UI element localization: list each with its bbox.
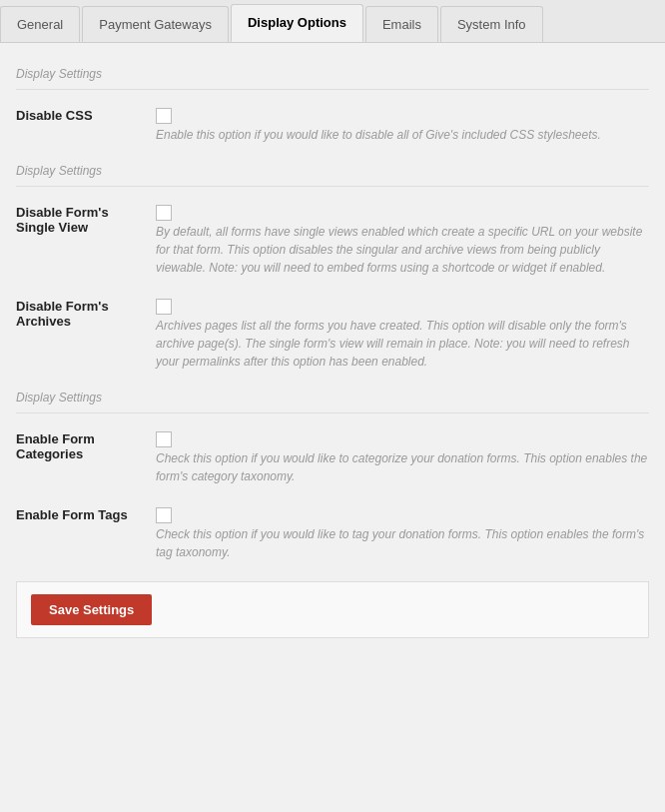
row-disable-single-view: Disable Form's Single View By default, a… [16,203,649,277]
section-1: Display Settings Disable CSS Enable this… [16,67,649,144]
section-2-header: Display Settings [16,164,649,178]
label-disable-single-view: Disable Form's Single View [16,203,156,235]
label-enable-tags: Enable Form Tags [16,505,156,522]
control-disable-single-view: By default, all forms have single views … [156,203,649,277]
desc-enable-tags: Check this option if you would like to t… [156,525,649,561]
section-2: Display Settings Disable Form's Single V… [16,164,649,371]
control-disable-css: Enable this option if you would like to … [156,106,649,144]
control-disable-archives: Archives pages list all the forms you ha… [156,297,649,371]
section-2-divider [16,186,649,187]
section-3-header: Display Settings [16,391,649,405]
control-enable-categories: Check this option if you would like to c… [156,429,649,485]
label-disable-css: Disable CSS [16,106,156,123]
tab-general[interactable]: General [0,6,80,42]
tab-system-info[interactable]: System Info [440,6,543,42]
section-1-header: Display Settings [16,67,649,81]
tab-payment-gateways[interactable]: Payment Gateways [82,6,229,42]
content-area: Display Settings Disable CSS Enable this… [0,43,665,654]
save-area: Save Settings [16,581,649,638]
row-enable-categories: Enable Form Categories Check this option… [16,429,649,485]
label-enable-categories: Enable Form Categories [16,429,156,461]
desc-disable-archives: Archives pages list all the forms you ha… [156,317,649,371]
label-disable-archives: Disable Form's Archives [16,297,156,329]
tabs-bar: General Payment Gateways Display Options… [0,0,665,43]
checkbox-disable-css[interactable] [156,108,172,124]
desc-enable-categories: Check this option if you would like to c… [156,449,649,485]
desc-disable-css: Enable this option if you would like to … [156,126,649,144]
checkbox-enable-categories[interactable] [156,431,172,447]
tab-display-options[interactable]: Display Options [231,4,363,42]
tab-emails[interactable]: Emails [365,6,438,42]
row-disable-archives: Disable Form's Archives Archives pages l… [16,297,649,371]
desc-disable-single-view: By default, all forms have single views … [156,223,649,277]
row-disable-css: Disable CSS Enable this option if you wo… [16,106,649,144]
section-3-divider [16,412,649,413]
row-enable-tags: Enable Form Tags Check this option if yo… [16,505,649,561]
checkbox-disable-single-view[interactable] [156,205,172,221]
section-1-divider [16,89,649,90]
save-settings-button[interactable]: Save Settings [31,594,152,625]
checkbox-disable-archives[interactable] [156,299,172,315]
section-3: Display Settings Enable Form Categories … [16,391,649,561]
control-enable-tags: Check this option if you would like to t… [156,505,649,561]
checkbox-enable-tags[interactable] [156,507,172,523]
